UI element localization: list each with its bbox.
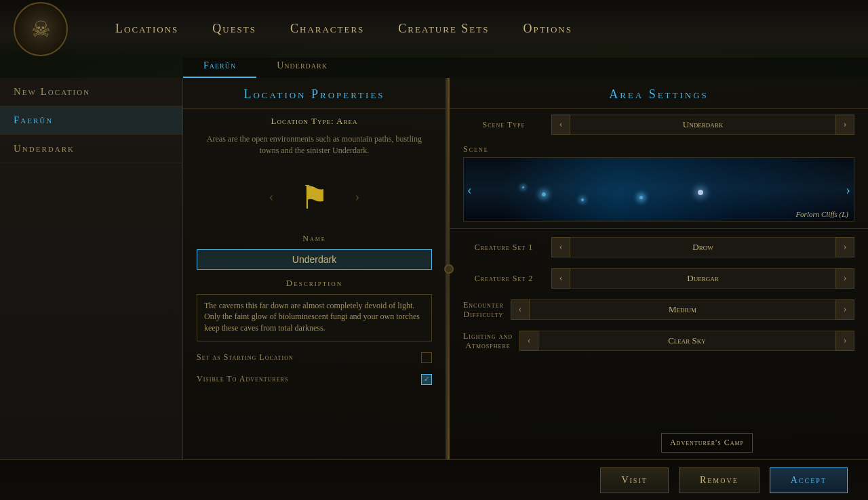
panel-divider (448, 78, 450, 459)
encounter-difficulty-label: EncounterDifficulty (463, 300, 504, 320)
lighting-control: ‹ Clear Sky › (519, 331, 854, 351)
description-section-label: Description (183, 272, 446, 291)
lighting-label: Lighting andAtmosphere (463, 331, 513, 351)
creature-set-1-prev[interactable]: ‹ (551, 237, 570, 257)
visible-adventurers-checkbox[interactable] (421, 374, 432, 385)
scene-preview: ‹ › Forlorn Cliffs (L) (463, 157, 854, 222)
sub-nav: Faerûn Underdark (183, 58, 868, 78)
lighting-prev[interactable]: ‹ (519, 331, 538, 351)
location-properties-title: Location Properties (183, 78, 446, 109)
starting-location-label: Set as Starting Location (197, 352, 294, 362)
nav-item-creature-sets[interactable]: Creature Sets (398, 22, 489, 36)
scene-type-control: ‹ Underdark › (551, 114, 854, 135)
area-settings-panel: Area Settings Scene Type ‹ Underdark › S… (450, 78, 868, 459)
scene-type-next[interactable]: › (835, 114, 854, 135)
location-icon: ⚑ (288, 170, 342, 224)
location-type-label: Location Type: Area (183, 109, 446, 133)
divider-gem (444, 264, 454, 274)
creature-set-2-label: Creature Set 2 (463, 274, 545, 284)
scene-label: Scene (463, 144, 854, 154)
scene-type-row: Scene Type ‹ Underdark › (450, 109, 868, 140)
visit-button[interactable]: Visit (600, 467, 668, 493)
glow-4 (522, 186, 524, 188)
creature-set-2-value: Duergar (570, 268, 835, 289)
accept-button[interactable]: Accept (770, 467, 848, 493)
glow-2 (581, 199, 584, 201)
scene-type-label: Scene Type (463, 120, 545, 130)
icon-prev-arrow[interactable]: ‹ (269, 189, 274, 205)
starting-location-checkbox[interactable] (421, 352, 432, 363)
sub-tab-underdark[interactable]: Underdark (256, 58, 348, 78)
lighting-value: Clear Sky (538, 331, 835, 351)
encounter-difficulty-row: EncounterDifficulty ‹ Medium › (450, 294, 868, 325)
logo-icon: ☠ (14, 2, 68, 56)
bottom-bar: Visit Remove Accept (0, 459, 868, 500)
creature-set-2-row: Creature Set 2 ‹ Duergar › (450, 263, 868, 294)
creature-set-2-next[interactable]: › (835, 268, 854, 289)
location-type-description: Areas are the open environments such as … (183, 133, 446, 163)
scene-nav-left[interactable]: ‹ (467, 182, 472, 197)
sidebar: New Location Faerûn Underdark (0, 78, 183, 500)
visible-adventurers-row: Visible To Adventurers (183, 369, 446, 390)
sidebar-item-underdark[interactable]: Underdark (0, 135, 182, 163)
camp-badge[interactable]: Adventurer's Camp (661, 433, 753, 453)
encounter-difficulty-prev[interactable]: ‹ (511, 299, 530, 320)
location-properties-panel: Location Properties Location Type: Area … (183, 78, 448, 459)
scene-caption: Forlorn Cliffs (L) (795, 210, 848, 218)
scene-nav-right[interactable]: › (846, 182, 850, 197)
glow-1 (542, 192, 546, 196)
scene-type-prev[interactable]: ‹ (551, 114, 570, 135)
area-settings-title: Area Settings (450, 78, 868, 109)
nav-item-locations[interactable]: Locations (115, 22, 178, 36)
encounter-difficulty-value: Medium (530, 299, 835, 320)
encounter-difficulty-control: ‹ Medium › (511, 299, 854, 320)
scene-type-value: Underdark (570, 114, 835, 135)
creature-set-2-prev[interactable]: ‹ (551, 268, 570, 289)
scene-container: Scene ‹ › Forlorn Cliffs (L) (450, 140, 868, 226)
icon-selector: ‹ ⚑ › (183, 163, 446, 231)
sidebar-new-location[interactable]: New Location (0, 78, 182, 106)
creature-set-2-control: ‹ Duergar › (551, 268, 854, 289)
remove-button[interactable]: Remove (679, 467, 760, 493)
glow-5 (698, 190, 703, 195)
panels-container: Location Properties Location Type: Area … (183, 78, 868, 459)
name-input[interactable] (197, 249, 432, 270)
sidebar-item-faerun[interactable]: Faerûn (0, 106, 182, 135)
nav-item-quests[interactable]: Quests (212, 22, 256, 36)
visible-adventurers-label: Visible To Adventurers (197, 374, 288, 384)
starting-location-row: Set as Starting Location (183, 347, 446, 369)
description-textarea[interactable]: The caverns this far down are almost com… (197, 294, 432, 341)
lighting-row: Lighting andAtmosphere ‹ Clear Sky › (450, 325, 868, 356)
glow-3 (639, 196, 643, 199)
creature-set-1-row: Creature Set 1 ‹ Drow › (450, 232, 868, 263)
lighting-next[interactable]: › (835, 331, 854, 351)
panel-separator (450, 228, 868, 229)
nav-item-options[interactable]: Options (523, 22, 572, 36)
sub-tab-faerun[interactable]: Faerûn (183, 58, 256, 78)
creature-set-1-label: Creature Set 1 (463, 243, 545, 253)
top-nav: ☠ Locations Quests Characters Creature S… (0, 0, 868, 58)
nav-item-characters[interactable]: Characters (290, 22, 364, 36)
creature-set-1-value: Drow (570, 237, 835, 257)
creature-set-1-next[interactable]: › (835, 237, 854, 257)
nav-menu: Locations Quests Characters Creature Set… (115, 22, 572, 36)
encounter-difficulty-next[interactable]: › (835, 299, 854, 320)
app-logo: ☠ (0, 0, 81, 58)
name-field-label: Name (183, 231, 446, 247)
creature-set-1-control: ‹ Drow › (551, 237, 854, 257)
icon-next-arrow[interactable]: › (355, 189, 360, 205)
